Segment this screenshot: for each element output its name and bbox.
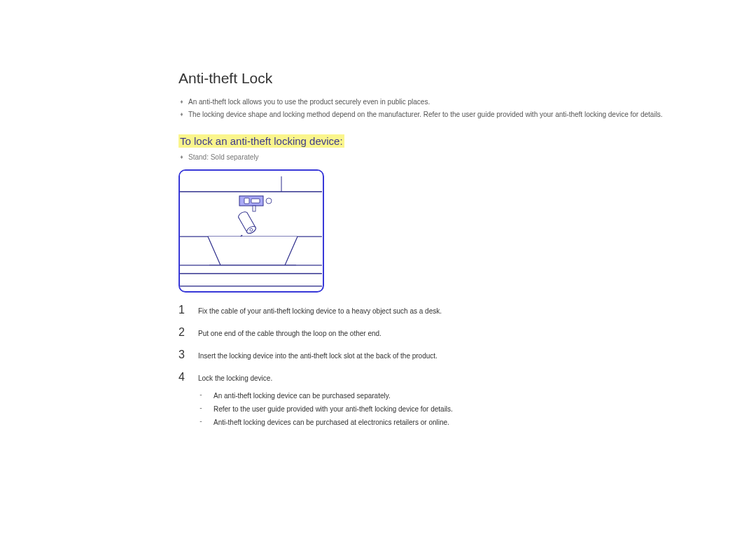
svg-rect-7 [253,206,255,211]
sub-note-text: Anti-theft locking devices can be purcha… [214,417,449,428]
step-number: 3 [178,349,186,361]
sub-note-text: An anti-theft locking device can be purc… [214,391,391,401]
stand-note-list: Stand: Sold separately [178,153,721,161]
step-number: 4 [178,371,186,384]
step-text: Insert the locking device into the anti-… [198,351,438,361]
step-item: 3 Insert the locking device into the ant… [178,349,721,361]
svg-rect-13 [180,265,322,274]
sub-note-item: - Anti-theft locking devices can be purc… [198,417,721,428]
stand-note: Stand: Sold separately [178,153,721,161]
intro-list: An anti-theft lock allows you to use the… [178,97,721,120]
sub-notes: - An anti-theft locking device can be pu… [198,391,721,428]
sub-note-text: Refer to the user guide provided with yo… [214,404,453,414]
page-title: Anti-theft Lock [178,70,721,87]
intro-item: The locking device shape and locking met… [178,109,721,120]
step-number: 2 [178,326,186,339]
step-text: Put one end of the cable through the loo… [198,328,382,339]
step-text: Fix the cable of your anti-theft locking… [198,306,442,316]
step-item: 2 Put one end of the cable through the l… [178,326,721,339]
step-text: Lock the locking device. [198,373,272,384]
svg-rect-15 [180,286,322,290]
svg-rect-4 [244,198,249,204]
svg-rect-0 [180,171,322,192]
steps-list: 1 Fix the cable of your anti-theft locki… [178,304,721,384]
section-heading: To lock an anti-theft locking device: [178,134,344,148]
svg-point-6 [266,198,272,204]
lock-diagram-svg [180,171,322,290]
lock-diagram [178,169,324,293]
svg-rect-14 [180,274,322,286]
dash-icon: - [198,417,204,428]
step-number: 1 [178,304,186,316]
step-item: 4 Lock the locking device. [178,371,721,384]
dash-icon: - [198,391,204,401]
dash-icon: - [198,404,204,414]
intro-item: An anti-theft lock allows you to use the… [178,97,721,108]
step-item: 1 Fix the cable of your anti-theft locki… [178,304,721,316]
sub-note-item: - Refer to the user guide provided with … [198,404,721,414]
sub-note-item: - An anti-theft locking device can be pu… [198,391,721,401]
svg-rect-5 [251,199,260,203]
